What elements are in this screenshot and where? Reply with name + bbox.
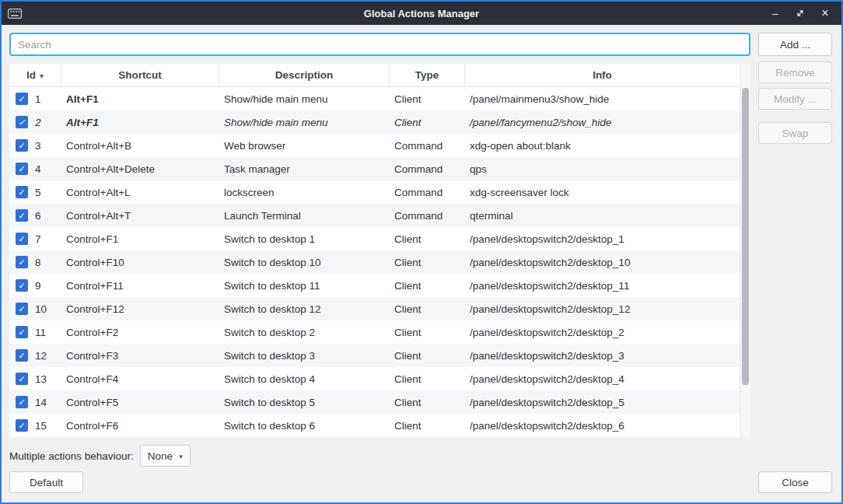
titlebar[interactable]: Global Actions Manager – × <box>2 2 841 25</box>
main-column: Id ▾ Shortcut Description Type Info ✓ 1 … <box>9 33 750 493</box>
row-id: 5 <box>35 187 41 198</box>
table-row[interactable]: ✓ 11 Control+F2 Switch to desktop 2 Clie… <box>9 320 740 344</box>
window-title: Global Actions Manager <box>2 8 841 19</box>
row-checkbox[interactable]: ✓ <box>16 256 28 268</box>
row-checkbox[interactable]: ✓ <box>16 163 28 175</box>
side-buttons-column: Add ... Remove Modify ... Swap Close <box>758 33 832 493</box>
row-type: Client <box>389 350 464 362</box>
row-type: Client <box>389 93 464 105</box>
row-shortcut: Control+F6 <box>61 420 219 432</box>
vertical-scrollbar[interactable] <box>740 64 750 437</box>
row-info: /panel/desktopswitch2/desktop_5 <box>464 397 740 408</box>
table-row[interactable]: ✓ 10 Control+F12 Switch to desktop 12 Cl… <box>9 297 740 320</box>
table-row[interactable]: ✓ 7 Control+F1 Switch to desktop 1 Clien… <box>9 227 740 250</box>
row-checkbox[interactable]: ✓ <box>16 139 28 152</box>
multiple-actions-select[interactable]: None ▾ <box>140 445 191 467</box>
minimize-icon[interactable]: – <box>770 8 781 19</box>
chevron-down-icon: ▾ <box>179 453 183 460</box>
column-header-type[interactable]: Type <box>389 64 464 86</box>
table-row[interactable]: ✓ 13 Control+F4 Switch to desktop 4 Clie… <box>9 367 740 390</box>
row-description: Switch to desktop 4 <box>219 373 389 385</box>
table-body: ✓ 1 Alt+F1 Show/hide main menu Client /p… <box>9 87 740 437</box>
swap-button: Swap <box>758 122 832 144</box>
row-checkbox[interactable]: ✓ <box>16 209 28 222</box>
row-checkbox[interactable]: ✓ <box>16 279 28 292</box>
sort-indicator-icon: ▾ <box>40 72 44 80</box>
row-shortcut: Control+Alt+T <box>61 210 219 222</box>
row-description: Switch to desktop 11 <box>219 280 389 292</box>
column-header-description[interactable]: Description <box>219 64 389 86</box>
row-checkbox[interactable]: ✓ <box>16 233 28 245</box>
row-info: /panel/desktopswitch2/desktop_12 <box>464 303 740 315</box>
modify-button: Modify ... <box>758 88 832 110</box>
row-checkbox[interactable]: ✓ <box>16 186 28 198</box>
column-header-shortcut[interactable]: Shortcut <box>61 64 219 86</box>
row-description: Task manager <box>219 163 389 175</box>
table-row[interactable]: ✓ 15 Control+F6 Switch to desktop 6 Clie… <box>9 414 740 437</box>
row-checkbox[interactable]: ✓ <box>16 349 28 362</box>
row-checkbox[interactable]: ✓ <box>16 326 28 338</box>
row-type: Command <box>389 210 464 222</box>
row-shortcut: Control+F12 <box>61 303 219 315</box>
scrollbar-thumb[interactable] <box>742 88 749 385</box>
table-row[interactable]: ✓ 3 Control+Alt+B Web browser Command xd… <box>9 134 740 157</box>
table-row[interactable]: ✓ 6 Control+Alt+T Launch Terminal Comman… <box>9 204 740 227</box>
row-checkbox[interactable]: ✓ <box>16 116 28 128</box>
actions-table-main: Id ▾ Shortcut Description Type Info ✓ 1 … <box>9 64 740 437</box>
column-header-id[interactable]: Id ▾ <box>9 64 61 86</box>
row-shortcut: Control+F1 <box>61 233 219 245</box>
table-row[interactable]: ✓ 2 Alt+F1 Show/hide main menu Client /p… <box>9 110 740 134</box>
row-id: 3 <box>35 140 41 152</box>
check-icon: ✓ <box>18 328 25 337</box>
row-checkbox[interactable]: ✓ <box>16 396 28 408</box>
row-checkbox[interactable]: ✓ <box>16 93 28 105</box>
row-info: qps <box>464 163 740 175</box>
check-icon: ✓ <box>18 398 25 407</box>
row-description: Switch to desktop 3 <box>219 350 389 362</box>
row-type: Client <box>389 397 464 408</box>
row-info: /panel/desktopswitch2/desktop_6 <box>464 420 740 432</box>
row-checkbox[interactable]: ✓ <box>16 419 28 432</box>
row-id: 15 <box>35 420 47 432</box>
global-actions-manager-window: Global Actions Manager – × Id ▾ <box>0 0 843 504</box>
row-type: Client <box>389 280 464 292</box>
table-row[interactable]: ✓ 9 Control+F11 Switch to desktop 11 Cli… <box>9 274 740 297</box>
table-row[interactable]: ✓ 1 Alt+F1 Show/hide main menu Client /p… <box>9 87 740 110</box>
table-row[interactable]: ✓ 12 Control+F3 Switch to desktop 3 Clie… <box>9 344 740 367</box>
check-icon: ✓ <box>18 375 25 383</box>
row-description: Show/hide main menu <box>219 117 389 128</box>
row-id: 1 <box>35 93 41 105</box>
table-row[interactable]: ✓ 5 Control+Alt+L lockscreen Command xdg… <box>9 180 740 204</box>
row-description: Switch to desktop 2 <box>219 327 389 338</box>
search-input[interactable] <box>9 33 750 56</box>
table-header: Id ▾ Shortcut Description Type Info <box>9 64 740 87</box>
table-row[interactable]: ✓ 8 Control+F10 Switch to desktop 10 Cli… <box>9 250 740 274</box>
row-info: /panel/mainmenu3/show_hide <box>464 93 740 105</box>
check-icon: ✓ <box>18 352 25 360</box>
check-icon: ✓ <box>18 258 25 267</box>
row-id: 4 <box>35 163 41 175</box>
row-checkbox[interactable]: ✓ <box>16 303 28 315</box>
row-info: /panel/desktopswitch2/desktop_11 <box>464 280 740 292</box>
row-type: Command <box>389 163 464 175</box>
row-id: 13 <box>35 373 47 385</box>
remove-button: Remove <box>758 61 832 83</box>
restore-icon[interactable] <box>795 8 806 19</box>
row-checkbox[interactable]: ✓ <box>16 373 28 385</box>
row-info: /panel/desktopswitch2/desktop_10 <box>464 257 740 268</box>
row-shortcut: Control+F10 <box>61 257 219 268</box>
row-info: xdg-open about:blank <box>464 140 740 152</box>
table-row[interactable]: ✓ 14 Control+F5 Switch to desktop 5 Clie… <box>9 390 740 414</box>
row-type: Client <box>389 327 464 338</box>
row-description: Switch to desktop 10 <box>219 257 389 268</box>
row-description: Switch to desktop 1 <box>219 233 389 245</box>
default-button[interactable]: Default <box>9 471 83 493</box>
column-header-info[interactable]: Info <box>464 64 740 86</box>
row-shortcut: Alt+F1 <box>61 117 219 128</box>
row-shortcut: Control+Alt+Delete <box>61 163 219 175</box>
close-button[interactable]: Close <box>758 471 832 493</box>
close-icon[interactable]: × <box>820 8 831 19</box>
check-icon: ✓ <box>18 188 25 197</box>
add-button[interactable]: Add ... <box>758 33 832 56</box>
table-row[interactable]: ✓ 4 Control+Alt+Delete Task manager Comm… <box>9 157 740 180</box>
